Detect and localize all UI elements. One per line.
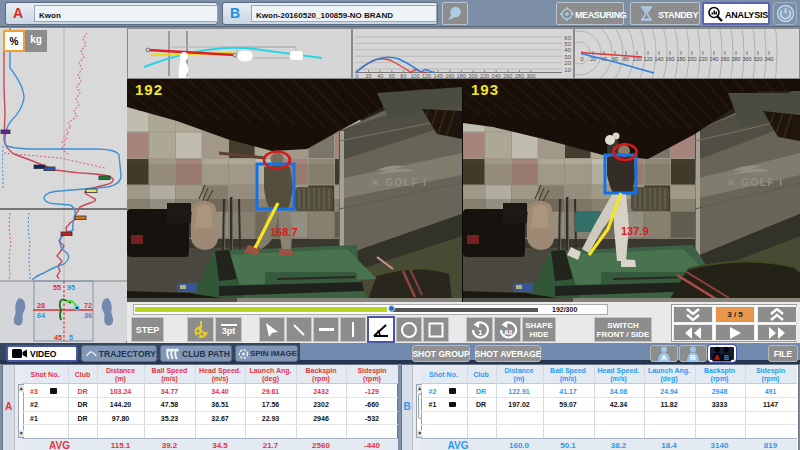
svg-text:60: 60 (389, 73, 395, 78)
svg-text:320: 320 (753, 56, 762, 62)
svg-text:100: 100 (410, 73, 419, 78)
svg-text:280: 280 (731, 56, 740, 62)
svg-text:36: 36 (84, 311, 92, 320)
svg-text:300: 300 (742, 56, 751, 62)
svg-text:200: 200 (687, 56, 696, 62)
svg-text:95: 95 (67, 283, 75, 292)
svg-text:28: 28 (37, 301, 45, 310)
svg-text:80: 80 (400, 73, 406, 78)
svg-text:55: 55 (53, 283, 61, 292)
svg-text:10: 10 (564, 67, 571, 73)
svg-text:160: 160 (665, 56, 674, 62)
svg-text:180: 180 (676, 56, 685, 62)
svg-text:168.7: 168.7 (270, 226, 298, 238)
svg-text:140: 140 (434, 73, 443, 78)
svg-text:B: B (724, 352, 729, 361)
svg-text:20: 20 (564, 60, 571, 66)
svg-text:40: 40 (564, 47, 571, 53)
svg-text:50: 50 (564, 41, 571, 47)
svg-text:120: 120 (643, 56, 652, 62)
svg-text:40: 40 (377, 73, 383, 78)
svg-text:120: 120 (422, 73, 431, 78)
svg-text:64: 64 (37, 311, 45, 320)
svg-text:A: A (714, 352, 720, 361)
svg-text:180: 180 (457, 73, 466, 78)
svg-text:20: 20 (366, 73, 372, 78)
svg-text:All: All (504, 329, 513, 336)
svg-text:240: 240 (492, 73, 501, 78)
svg-text:220: 220 (480, 73, 489, 78)
svg-text:340: 340 (764, 56, 773, 62)
svg-text:60: 60 (564, 35, 571, 41)
svg-text:160: 160 (445, 73, 454, 78)
svg-text:1: 1 (478, 328, 483, 337)
svg-text:30: 30 (564, 54, 571, 60)
svg-text:300: 300 (526, 73, 535, 78)
svg-text:72: 72 (84, 301, 92, 310)
svg-text:0: 0 (580, 56, 583, 62)
svg-text:137.9: 137.9 (621, 225, 649, 237)
svg-text:240: 240 (709, 56, 718, 62)
svg-text:A: A (661, 353, 667, 362)
svg-text:5: 5 (69, 333, 73, 342)
svg-text:280: 280 (515, 73, 524, 78)
svg-text:60: 60 (612, 56, 618, 62)
svg-text:220: 220 (698, 56, 707, 62)
svg-text:0: 0 (355, 73, 358, 78)
svg-text:260: 260 (720, 56, 729, 62)
svg-text:B: B (690, 353, 696, 362)
svg-text:45: 45 (54, 333, 62, 342)
svg-text:260: 260 (503, 73, 512, 78)
svg-text:140: 140 (654, 56, 663, 62)
svg-text:200: 200 (468, 73, 477, 78)
